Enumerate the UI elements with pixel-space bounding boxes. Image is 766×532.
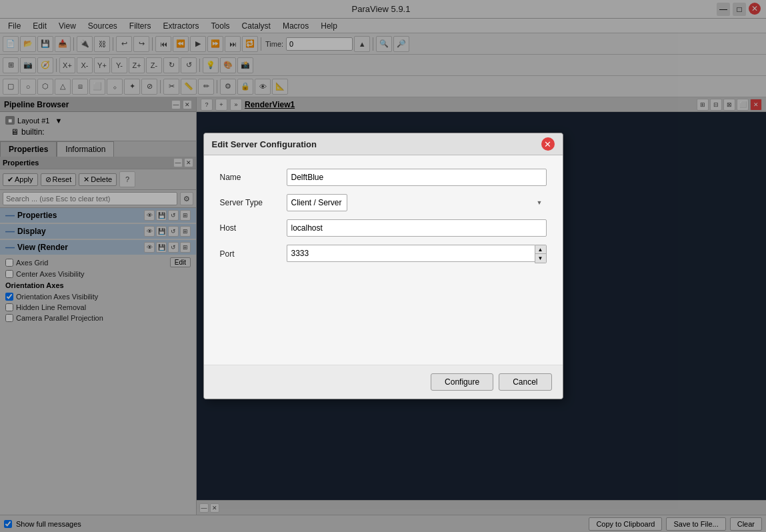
configure-button[interactable]: Configure [431, 373, 493, 391]
modal-body: Name Server Type Client / Server Client … [204, 155, 563, 365]
modal-titlebar: Edit Server Configuration ✕ [204, 133, 563, 155]
port-increment-button[interactable]: ▲ [535, 245, 546, 254]
server-type-select-wrapper: Client / Server Client Server [287, 194, 547, 211]
cancel-button[interactable]: Cancel [499, 373, 551, 391]
modal-close-button[interactable]: ✕ [541, 137, 555, 151]
server-type-row: Server Type Client / Server Client Serve… [220, 194, 547, 211]
host-row: Host [220, 219, 547, 237]
host-input[interactable] [287, 219, 547, 237]
port-input[interactable] [287, 245, 535, 262]
server-type-label: Server Type [220, 198, 287, 207]
host-label: Host [220, 223, 287, 233]
port-decrement-button[interactable]: ▼ [535, 254, 546, 263]
modal-overlay: Edit Server Configuration ✕ Name Server … [0, 0, 766, 532]
port-spinbox-buttons: ▲ ▼ [535, 245, 547, 263]
port-row: Port ▲ ▼ [220, 245, 547, 263]
name-label: Name [220, 173, 287, 182]
modal-footer: Configure Cancel [204, 365, 563, 399]
port-spinbox-wrapper: ▲ ▼ [287, 245, 547, 263]
modal-title: Edit Server Configuration [212, 139, 317, 149]
server-type-select[interactable]: Client / Server Client Server [287, 194, 347, 211]
name-row: Name [220, 169, 547, 186]
modal-dialog: Edit Server Configuration ✕ Name Server … [203, 133, 563, 399]
name-input[interactable] [287, 169, 547, 186]
port-label: Port [220, 249, 287, 259]
modal-spacer [220, 271, 547, 351]
